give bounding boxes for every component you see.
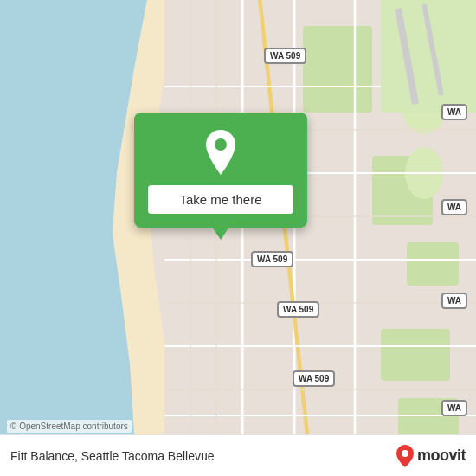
moovit-pin-icon: [396, 445, 414, 467]
map-attribution: © OpenStreetMap contributors: [7, 420, 132, 433]
take-me-there-button[interactable]: Take me there: [148, 185, 293, 214]
highway-badge-6: WA: [441, 199, 467, 215]
highway-badge-4: WA 509: [293, 370, 335, 387]
svg-rect-7: [407, 242, 459, 286]
location-card: Take me there: [134, 113, 307, 228]
svg-rect-4: [303, 26, 372, 113]
highway-badge-8: WA: [441, 400, 467, 416]
bottom-bar: Fitt Balance, Seattle Tacoma Bellevue mo…: [0, 434, 476, 476]
highway-badge-2: WA 509: [251, 251, 293, 267]
moovit-logo: moovit: [396, 445, 466, 467]
svg-point-32: [402, 450, 408, 457]
highway-badge-3: WA 509: [277, 301, 319, 318]
map-container: WA 509 WA 509 WA 509 WA 509 WA WA WA WA …: [0, 0, 476, 476]
svg-rect-8: [381, 329, 450, 381]
svg-point-31: [215, 138, 227, 151]
highway-badge-5: WA: [441, 104, 467, 120]
map-pin-icon: [202, 130, 240, 175]
map-background: [0, 0, 476, 476]
highway-badge-1: WA 509: [264, 48, 306, 64]
highway-badge-7: WA: [441, 293, 467, 309]
moovit-brand-text: moovit: [417, 447, 466, 465]
place-name: Fitt Balance, Seattle Tacoma Bellevue: [10, 449, 396, 463]
